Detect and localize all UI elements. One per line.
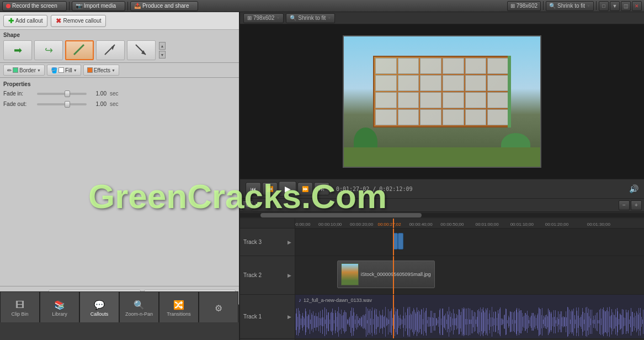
border-color (13, 67, 18, 73)
step-forward-button[interactable]: ⏩ (297, 182, 313, 195)
tab-clip-bin[interactable]: 🎞 Clip Bin (0, 291, 40, 322)
track3-expand[interactable]: ▶ (288, 240, 291, 245)
shape-scroll: ▲ ▼ (159, 42, 166, 59)
zoom-pan-icon: 🔍 (134, 300, 145, 310)
timeline-ruler: 00:00:00;00 00:00:10;00 00:00:20;00 00:0… (295, 219, 644, 229)
clip-thumb-image (342, 264, 358, 285)
track-label-2: Track 2 ▶ (240, 256, 295, 295)
play-button[interactable]: ▶ (279, 181, 296, 196)
fill-chevron[interactable]: ▼ (73, 68, 77, 72)
fade-in-slider[interactable] (37, 93, 87, 95)
fade-in-row: Fade in: 1.00 sec (3, 91, 236, 97)
zoom-out-button[interactable]: − (619, 200, 630, 210)
timeline-settings-button[interactable]: ⚙ (242, 200, 253, 210)
shape-arrow-right[interactable]: ➡ (3, 40, 32, 60)
playhead[interactable] (393, 219, 394, 229)
skip-to-end-button[interactable]: ⏭ (314, 182, 329, 195)
window-ctrl-3[interactable]: ◫ (621, 1, 631, 11)
zoom-icon: 🔍 (549, 3, 556, 9)
fade-in-label: Fade in: (3, 91, 34, 97)
track3-name: Track 3 (243, 239, 262, 245)
clip-tabs: 🎞 Clip Bin 📚 Library 💬 Callouts 🔍 Zoom-n… (0, 305, 239, 340)
playback-controls: ⏮ ⏪ ▶ ⏩ ⏭ 0:01:27:02 / 0:02:12:09 🔊 (240, 179, 644, 199)
settings-arrow[interactable]: ▼ (254, 203, 259, 208)
border-button[interactable]: ✏ Border ▼ (3, 65, 45, 76)
effects-chevron[interactable]: ▼ (111, 68, 115, 72)
record-chevron[interactable]: ▼ (59, 4, 63, 8)
fill-button[interactable]: 🪣 Fill ▼ (47, 65, 81, 76)
callouts-icon: 💬 (94, 300, 105, 310)
track-label-3: Track 3 ▶ (240, 229, 295, 256)
shape-curved-arrow[interactable]: ↪ (34, 40, 63, 60)
window-ctrl-2[interactable]: ▼ (610, 1, 620, 11)
effects-button[interactable]: Effects ▼ (83, 65, 119, 76)
border-chevron[interactable]: ▼ (37, 68, 41, 72)
preview-dim-chevron[interactable]: ▼ (276, 16, 280, 20)
audio-clip[interactable]: ♪ 12_full_a-new-dawn_0133.wav (295, 295, 644, 338)
import-button[interactable]: 📷 Import media ▼ (72, 1, 125, 11)
tab-zoom-pan[interactable]: 🔍 Zoom-n-Pan (119, 291, 159, 322)
right-panel: ⊞ 798x602 ▼ 🔍 Shrink to fit ▼ (240, 12, 644, 340)
shape-diagonal-line[interactable] (65, 40, 94, 60)
border-icon: ✏ (7, 67, 12, 73)
track1-row: ♪ 12_full_a-new-dawn_0133.wav (295, 295, 644, 339)
produce-button[interactable]: 📤 Produce and share ▼ (130, 1, 198, 11)
zoom-chevron[interactable]: ▼ (587, 4, 590, 8)
audio-info: ♪ 12_full_a-new-dawn_0133.wav (299, 297, 372, 303)
skip-to-start-button[interactable]: ⏮ (246, 182, 261, 195)
timeline-scrollbar[interactable] (240, 213, 644, 217)
properties-label: Properties (3, 81, 236, 87)
preview-zoom-chevron[interactable]: ▼ (327, 16, 331, 20)
ruler-label-4: 00:00:40;00 (409, 222, 432, 227)
fade-in-thumb[interactable] (65, 91, 70, 97)
shape-arrow-diag1[interactable] (96, 40, 125, 60)
timeline-scroll-thumb[interactable] (260, 213, 422, 217)
add-callout-label: Add callout (15, 18, 42, 24)
track2-expand[interactable]: ▶ (288, 273, 291, 278)
ruler-label-6: 00:01:00;00 (475, 222, 498, 227)
preview-top-bar: ⊞ 798x602 ▼ 🔍 Shrink to fit ▼ (240, 12, 644, 24)
shape-label: Shape (3, 32, 236, 38)
fade-in-unit: sec (110, 91, 119, 97)
library-icon: 📚 (54, 300, 65, 310)
fade-in-value: 1.00 (90, 91, 107, 97)
tab-transitions-label: Transitions (167, 311, 191, 317)
import-chevron[interactable]: ▼ (118, 4, 121, 8)
track1-expand[interactable]: ▶ (288, 314, 291, 320)
top-right-controls: ⊞ 798x602 🔍 Shrink to fit ▼ □ ▼ ◫ ✕ (507, 1, 642, 11)
produce-chevron[interactable]: ▼ (190, 4, 194, 8)
shape-arrow-diag2[interactable] (127, 40, 156, 60)
zoom-in-button[interactable]: + (631, 200, 642, 210)
diag-arrow2-icon (134, 42, 149, 58)
shape-scroll-down[interactable]: ▼ (159, 51, 166, 59)
dimensions-display[interactable]: ⊞ 798x602 (507, 1, 541, 11)
diagonal-line-icon (72, 42, 87, 58)
fill-label: Fill (65, 67, 72, 73)
effects-color (87, 67, 93, 73)
callout-bar-2[interactable] (398, 233, 403, 249)
fill-color (58, 67, 64, 73)
shape-scroll-up[interactable]: ▲ (159, 42, 166, 50)
add-callout-button[interactable]: ✚ Add callout (3, 15, 47, 27)
fade-out-slider[interactable] (37, 103, 87, 105)
tab-more[interactable]: ⚙ (199, 291, 238, 322)
timeline-area: ⚙ ▼ − + Track 3 ▶ (240, 199, 644, 340)
video-clip[interactable]: iStock_000009560509Small.jpg (337, 261, 435, 288)
preview-dimensions-button[interactable]: ⊞ 798x602 ▼ (243, 13, 284, 23)
window-ctrl-1[interactable]: □ (599, 1, 609, 11)
track-label-1: Track 1 ▶ (240, 295, 295, 339)
remove-callout-button[interactable]: ✖ Remove callout (51, 15, 106, 27)
record-button[interactable]: Record the screen ▼ (2, 1, 67, 11)
fade-out-thumb[interactable] (65, 101, 70, 108)
tab-callouts[interactable]: 💬 Callouts (79, 291, 119, 322)
zoom-control[interactable]: 🔍 Shrink to fit ▼ (546, 1, 594, 11)
tab-transitions[interactable]: 🔀 Transitions (159, 291, 199, 322)
window-ctrl-close[interactable]: ✕ (632, 1, 642, 11)
add-icon: ✚ (8, 17, 14, 25)
track-labels: Track 3 ▶ Track 2 ▶ Track 1 ▶ (240, 219, 295, 340)
step-back-button[interactable]: ⏪ (262, 182, 278, 195)
tab-bar: 🎞 Clip Bin 📚 Library 💬 Callouts 🔍 Zoom-n… (0, 305, 239, 322)
preview-zoom-button[interactable]: 🔍 Shrink to fit ▼ (286, 13, 335, 23)
tab-library[interactable]: 📚 Library (40, 291, 79, 322)
produce-icon: 📤 (134, 3, 141, 9)
